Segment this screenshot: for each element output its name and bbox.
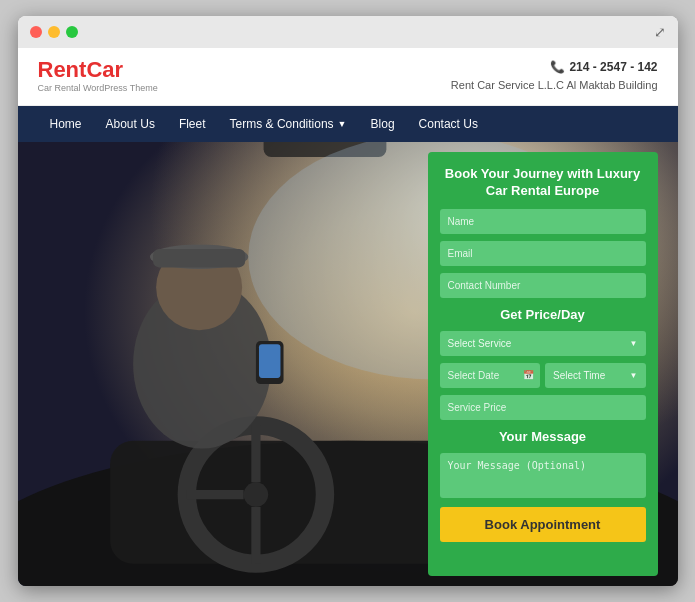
name-input[interactable] (440, 209, 646, 234)
logo-accent: Rent (38, 57, 87, 82)
svg-point-5 (243, 482, 268, 507)
time-select[interactable]: Select Time Morning Afternoon Evening (545, 363, 646, 388)
minimize-button[interactable] (48, 26, 60, 38)
nav-item-terms[interactable]: Terms & Conditions ▼ (218, 106, 359, 142)
browser-titlebar: ⤢ (18, 16, 678, 48)
book-appointment-button[interactable]: Book Appointment (440, 507, 646, 542)
message-textarea[interactable] (440, 453, 646, 498)
phone-number: 214 - 2547 - 142 (569, 58, 657, 77)
svg-rect-14 (153, 249, 245, 267)
expand-icon[interactable]: ⤢ (654, 24, 666, 40)
time-select-wrapper: Select Time Morning Afternoon Evening (545, 363, 646, 388)
nav-item-fleet[interactable]: Fleet (167, 106, 218, 142)
logo-area: RentCar Car Rental WordPress Theme (38, 59, 158, 93)
site-header: RentCar Car Rental WordPress Theme 📞 214… (18, 48, 678, 106)
phone-row: 📞 214 - 2547 - 142 (451, 58, 658, 77)
header-contact: 📞 214 - 2547 - 142 Rent Car Service L.L.… (451, 58, 658, 95)
nav-item-contact[interactable]: Contact Us (407, 106, 490, 142)
booking-form: Book Your Journey with Luxury Car Rental… (428, 152, 658, 576)
dropdown-arrow-icon: ▼ (338, 119, 347, 129)
service-price-input[interactable] (440, 395, 646, 420)
nav-item-about[interactable]: About Us (94, 106, 167, 142)
contact-input[interactable] (440, 273, 646, 298)
email-input[interactable] (440, 241, 646, 266)
browser-buttons (30, 26, 78, 38)
close-button[interactable] (30, 26, 42, 38)
address: Rent Car Service L.L.C Al Maktab Buildin… (451, 77, 658, 95)
hero-section: Book Your Journey with Luxury Car Rental… (18, 142, 678, 586)
date-time-row: 📅 Select Time Morning Afternoon Evening (440, 363, 646, 388)
logo-subtitle: Car Rental WordPress Theme (38, 83, 158, 93)
price-section-label: Get Price/Day (440, 307, 646, 322)
logo: RentCar (38, 59, 158, 81)
site-nav: Home About Us Fleet Terms & Conditions ▼… (18, 106, 678, 142)
message-section-label: Your Message (440, 429, 646, 444)
date-input-wrapper: 📅 (440, 363, 541, 388)
browser-content: RentCar Car Rental WordPress Theme 📞 214… (18, 48, 678, 586)
nav-item-blog[interactable]: Blog (359, 106, 407, 142)
svg-rect-16 (258, 344, 279, 378)
date-input[interactable] (440, 363, 541, 388)
service-select-wrapper: Select Service Economy Luxury SUV Van (440, 331, 646, 356)
maximize-button[interactable] (66, 26, 78, 38)
nav-item-home[interactable]: Home (38, 106, 94, 142)
logo-main: Car (86, 57, 123, 82)
form-title: Book Your Journey with Luxury Car Rental… (440, 166, 646, 200)
browser-window: ⤢ RentCar Car Rental WordPress Theme 📞 2… (18, 16, 678, 586)
service-select[interactable]: Select Service Economy Luxury SUV Van (440, 331, 646, 356)
phone-icon: 📞 (550, 58, 565, 77)
